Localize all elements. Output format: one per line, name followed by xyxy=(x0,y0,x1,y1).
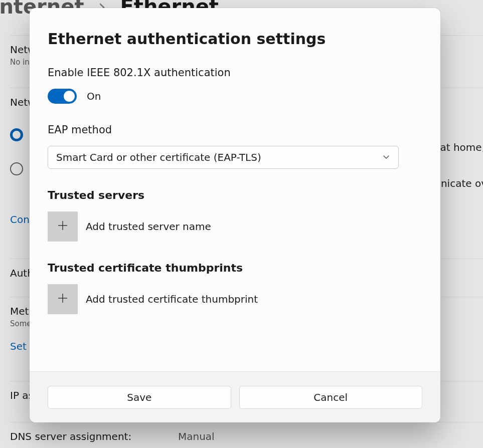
radio-private[interactable] xyxy=(10,162,23,175)
plus-icon xyxy=(57,220,68,233)
dialog-title: Ethernet authentication settings xyxy=(48,30,422,48)
eap-method-label: EAP method xyxy=(48,124,422,136)
radio-public[interactable] xyxy=(10,128,23,141)
thumbprints-heading: Trusted certificate thumbprints xyxy=(48,262,422,274)
add-thumbprint-button[interactable] xyxy=(48,284,78,314)
add-trusted-server-label: Add trusted server name xyxy=(86,220,211,233)
trusted-servers-heading: Trusted servers xyxy=(48,189,422,201)
eap-method-value: Smart Card or other certificate (EAP-TLS… xyxy=(56,151,261,163)
plus-icon xyxy=(57,293,68,306)
enable-8021x-toggle[interactable] xyxy=(48,89,77,104)
dns-assignment-label: DNS server assignment: xyxy=(10,430,131,442)
enable-8021x-state: On xyxy=(87,90,101,102)
toggle-knob xyxy=(64,91,75,102)
dialog-footer: Save Cancel xyxy=(30,371,440,422)
ethernet-auth-dialog: Ethernet authentication settings Enable … xyxy=(30,8,440,422)
chevron-down-icon xyxy=(382,151,390,163)
add-trusted-server-button[interactable] xyxy=(48,211,78,242)
dns-assignment-value: Manual xyxy=(178,430,215,442)
save-button[interactable]: Save xyxy=(48,386,231,409)
add-thumbprint-label: Add trusted certificate thumbprint xyxy=(86,293,258,305)
enable-8021x-label: Enable IEEE 802.1X authentication xyxy=(48,67,422,79)
cancel-button[interactable]: Cancel xyxy=(239,386,423,409)
eap-method-select[interactable]: Smart Card or other certificate (EAP-TLS… xyxy=(48,146,399,169)
